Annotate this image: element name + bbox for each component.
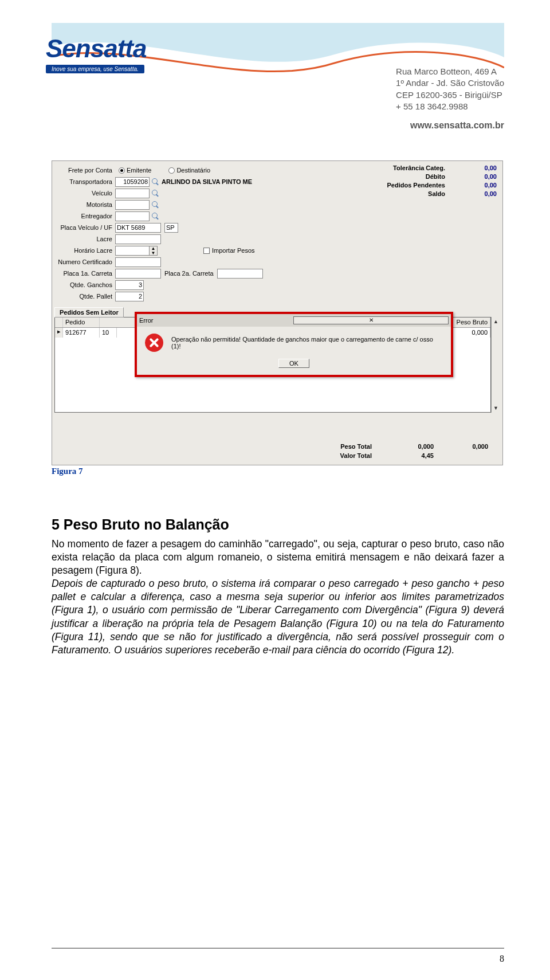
lacre-label: Lacre: [58, 236, 115, 242]
close-icon[interactable]: ✕: [293, 316, 449, 324]
info-panel: Tolerância Categ.0,00 Débito0,00 Pedidos…: [353, 164, 497, 199]
frete-label: Frete por Conta: [58, 167, 115, 174]
importar-checkbox[interactable]: [203, 248, 210, 254]
placa-label: Placa Veículo / UF: [58, 224, 115, 231]
numcert-input[interactable]: [115, 257, 161, 267]
search-icon[interactable]: [151, 178, 159, 186]
pedidos-title: Pedidos Sem Leitor: [54, 307, 124, 317]
pen-value: 0,00: [462, 182, 497, 190]
section-heading: 5 Peso Bruto no Balanção: [52, 516, 504, 533]
radio-destinatario-label: Destinatário: [176, 167, 210, 174]
brand-name: Sensatta: [46, 34, 195, 63]
col-pedido: Pedido: [63, 317, 100, 327]
addr-line: Rua Marco Botteon, 469 A: [396, 66, 504, 77]
p1-label: Placa 1a. Carreta: [58, 270, 115, 277]
horario-label: Horário Lacre: [58, 247, 115, 254]
pallet-input[interactable]: [115, 292, 144, 301]
sal-label: Saldo: [353, 190, 462, 199]
totals-panel: Peso Total0,0000,000 Valor Total4,45: [308, 443, 491, 461]
deb-value: 0,00: [462, 173, 497, 182]
horario-input[interactable]: [115, 246, 150, 256]
motorista-label: Motorista: [58, 201, 115, 208]
dialog-message: Operação não permitida! Quantidade de ga…: [171, 334, 443, 350]
pallet-label: Qtde. Pallet: [58, 293, 115, 300]
uf-input[interactable]: [164, 223, 178, 233]
lacre-input[interactable]: [115, 234, 161, 244]
entregador-input[interactable]: [115, 211, 150, 221]
transportadora-input[interactable]: [115, 177, 150, 187]
transportadora-label: Transportadora: [58, 178, 115, 185]
veiculo-label: Veículo: [58, 190, 115, 197]
valortotal-label: Valor Total: [308, 452, 388, 461]
cell-peso: 0,000: [450, 328, 490, 338]
p2-label: Placa 2a. Carreta: [164, 270, 214, 277]
deb-label: Débito: [353, 173, 462, 182]
search-icon[interactable]: [151, 212, 159, 220]
tol-value: 0,00: [462, 164, 497, 173]
p1-input[interactable]: [115, 269, 161, 279]
form-panel: Frete por Conta Emitente Destinatário Tr…: [58, 164, 304, 302]
brand-tagline: Inove sua empresa, use Sensatta.: [46, 65, 144, 73]
letterhead: Sensatta Inove sua empresa, use Sensatta…: [52, 23, 504, 143]
sal-value: 0,00: [462, 190, 497, 199]
section-body: No momento de fazer a pesagem do caminhã…: [52, 538, 504, 657]
importar-label: Importar Pesos: [212, 247, 255, 254]
dialog-title: Error: [139, 317, 293, 324]
addr-line: 1º Andar - Jd. São Cristovão: [396, 77, 504, 89]
addr-line: CEP 16200-365 - Birigüi/SP: [396, 89, 504, 101]
radio-destinatario[interactable]: [168, 167, 175, 174]
pesototal-value: 0,000: [388, 443, 434, 452]
search-icon[interactable]: [151, 201, 159, 209]
error-dialog: Error ✕ Operação não permitida! Quantida…: [135, 312, 453, 377]
ganchos-label: Qtde. Ganchos: [58, 281, 115, 288]
address-block: Rua Marco Botteon, 469 A 1º Andar - Jd. …: [396, 66, 504, 112]
error-icon: [145, 334, 163, 352]
pesototal-label: Peso Total: [308, 443, 388, 452]
page-number: 8: [500, 954, 504, 964]
pesototal-value2: 0,000: [448, 443, 488, 452]
radio-emitente-label: Emitente: [127, 167, 151, 174]
app-window: Frete por Conta Emitente Destinatário Tr…: [52, 160, 503, 465]
brand-logo: Sensatta Inove sua empresa, use Sensatta…: [46, 34, 195, 73]
entregador-label: Entregador: [58, 213, 115, 219]
transportadora-name: ARLINDO DA SILVA PINTO ME: [162, 178, 252, 185]
radio-emitente[interactable]: [119, 167, 125, 174]
motorista-input[interactable]: [115, 200, 150, 210]
col-pesobruto: Peso Bruto: [450, 317, 490, 327]
scroll-down-icon[interactable]: ▼: [492, 403, 500, 413]
numcert-label: Numero Certificado: [58, 258, 115, 265]
spinner-icon[interactable]: ▲▼: [150, 246, 158, 256]
scrollbar[interactable]: ▲ ▼: [491, 317, 500, 413]
figure-caption: Figura 7: [52, 467, 504, 476]
p2-input[interactable]: [217, 269, 263, 279]
cell-pedido: 912677: [63, 328, 100, 338]
ganchos-input[interactable]: [115, 280, 144, 290]
placa-input[interactable]: [115, 223, 161, 233]
pen-label: Pedidos Pendentes: [353, 182, 462, 190]
scroll-up-icon[interactable]: ▲: [492, 317, 500, 326]
tol-label: Tolerância Categ.: [353, 164, 462, 173]
dialog-titlebar: Error ✕: [137, 314, 451, 327]
veiculo-input[interactable]: [115, 189, 150, 198]
valortotal-value: 4,45: [388, 452, 434, 461]
footer-rule: [52, 948, 504, 948]
cell: 10: [100, 328, 117, 338]
figure-7: Frete por Conta Emitente Destinatário Tr…: [52, 160, 504, 476]
ok-button[interactable]: OK: [278, 359, 309, 368]
website-url: www.sensatta.com.br: [410, 120, 504, 131]
search-icon[interactable]: [151, 189, 159, 197]
addr-line: + 55 18 3642.9988: [396, 101, 504, 112]
